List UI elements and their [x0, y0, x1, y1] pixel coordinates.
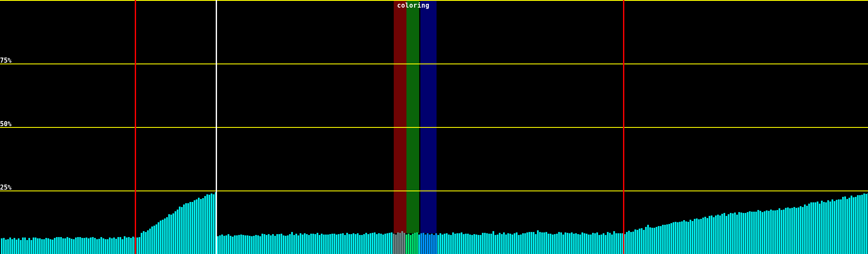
marker-line-red-2	[623, 0, 624, 254]
profiler-chart: coloring 75%50%25%	[0, 0, 868, 254]
marker-line-white	[216, 0, 217, 254]
y-tick-25: 25%	[0, 185, 11, 190]
top-border-line	[0, 0, 868, 1]
gridline-50	[0, 127, 868, 128]
y-tick-50: 50%	[0, 121, 11, 127]
marker-line-red-1	[135, 0, 136, 254]
y-tick-75: 75%	[0, 58, 11, 64]
gridline-25	[0, 190, 868, 191]
gridline-75	[0, 64, 868, 64]
coloring-label: coloring	[397, 2, 429, 9]
